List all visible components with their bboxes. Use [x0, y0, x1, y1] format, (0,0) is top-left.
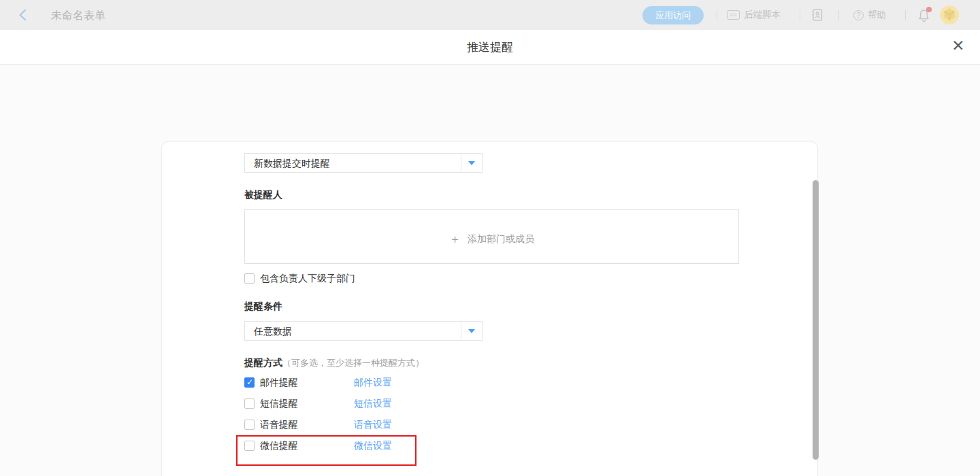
- trigger-select-value: 新数据提交时提醒: [254, 158, 330, 170]
- scrollbar-thumb[interactable]: [813, 180, 819, 460]
- avatar[interactable]: ✾: [940, 5, 959, 24]
- methods-hint: （可多选，至少选择一种提醒方式）: [282, 358, 424, 368]
- wechat-label: 微信提醒: [260, 440, 298, 452]
- method-row-sms: 短信提醒 短信设置: [244, 398, 448, 409]
- email-checkbox[interactable]: [244, 377, 255, 388]
- condition-select-value: 任意数据: [254, 326, 292, 338]
- modal-title: 推送提醒: [0, 39, 980, 55]
- contacts-button[interactable]: [811, 0, 823, 30]
- condition-label: 提醒条件: [244, 301, 282, 313]
- wechat-checkbox[interactable]: [244, 441, 255, 451]
- email-label: 邮件提醒: [260, 377, 298, 389]
- voice-settings-link[interactable]: 语音设置: [354, 419, 392, 431]
- topbar-divider: [905, 10, 906, 20]
- help-label: 帮助: [868, 9, 886, 21]
- recipient-label: 被提醒人: [244, 189, 282, 201]
- method-row-wechat: 微信提醒 微信设置: [244, 440, 448, 452]
- include-sub-row: 包含负责人下级子部门: [244, 273, 355, 284]
- help-button[interactable]: ? 帮助: [853, 0, 886, 30]
- sms-settings-link[interactable]: 短信设置: [354, 398, 392, 410]
- code-icon: </>: [727, 10, 740, 20]
- sms-label: 短信提醒: [260, 398, 298, 410]
- modal-header: 推送提醒: [0, 30, 980, 65]
- voice-label: 语音提醒: [260, 419, 298, 431]
- settings-card: 新数据提交时提醒 被提醒人 ＋添加部门或成员 包含负责人下级子部门 提醒条件 任…: [161, 141, 818, 476]
- notification-badge: [926, 7, 932, 12]
- form-title: 未命名表单: [51, 9, 105, 23]
- app-access-button[interactable]: 应用访问: [642, 6, 704, 24]
- plus-icon: ＋: [449, 233, 461, 245]
- methods-label: 提醒方式（可多选，至少选择一种提醒方式）: [244, 357, 424, 369]
- trigger-select[interactable]: 新数据提交时提醒: [244, 153, 483, 173]
- backend-script-label: 后端脚本: [744, 9, 781, 21]
- add-member-inner: ＋添加部门或成员: [245, 231, 738, 247]
- sms-checkbox[interactable]: [244, 398, 255, 409]
- methods-label-text: 提醒方式: [244, 357, 282, 368]
- voice-checkbox[interactable]: [244, 420, 255, 430]
- back-icon[interactable]: [18, 8, 29, 22]
- close-icon[interactable]: ✕: [950, 37, 966, 54]
- method-row-email: 邮件提醒 邮件设置: [244, 377, 448, 388]
- backend-script-button[interactable]: </> 后端脚本: [727, 0, 781, 30]
- add-member-box[interactable]: ＋添加部门或成员: [244, 209, 739, 264]
- method-row-voice: 语音提醒 语音设置: [244, 419, 448, 430]
- condition-select[interactable]: 任意数据: [244, 321, 483, 341]
- notifications-button[interactable]: [917, 8, 931, 23]
- include-sub-label: 包含负责人下级子部门: [260, 273, 355, 285]
- contacts-icon: [811, 8, 823, 22]
- topbar-divider: [800, 10, 800, 20]
- topbar: 未命名表单 应用访问 </> 后端脚本 ? 帮助 ✾: [0, 0, 980, 30]
- include-sub-checkbox[interactable]: [244, 273, 255, 284]
- chevron-down-icon: [468, 161, 475, 165]
- condition-select-arrow-zone[interactable]: [461, 322, 482, 340]
- chevron-down-icon: [468, 329, 475, 333]
- modal-body: 新数据提交时提醒 被提醒人 ＋添加部门或成员 包含负责人下级子部门 提醒条件 任…: [0, 65, 980, 476]
- topbar-divider: [717, 10, 717, 20]
- trigger-select-arrow-zone[interactable]: [461, 154, 482, 172]
- add-member-label: 添加部门或成员: [468, 233, 534, 244]
- email-settings-link[interactable]: 邮件设置: [354, 377, 392, 389]
- wechat-settings-link[interactable]: 微信设置: [354, 440, 392, 452]
- help-icon: ?: [853, 10, 864, 20]
- topbar-divider: [838, 10, 839, 20]
